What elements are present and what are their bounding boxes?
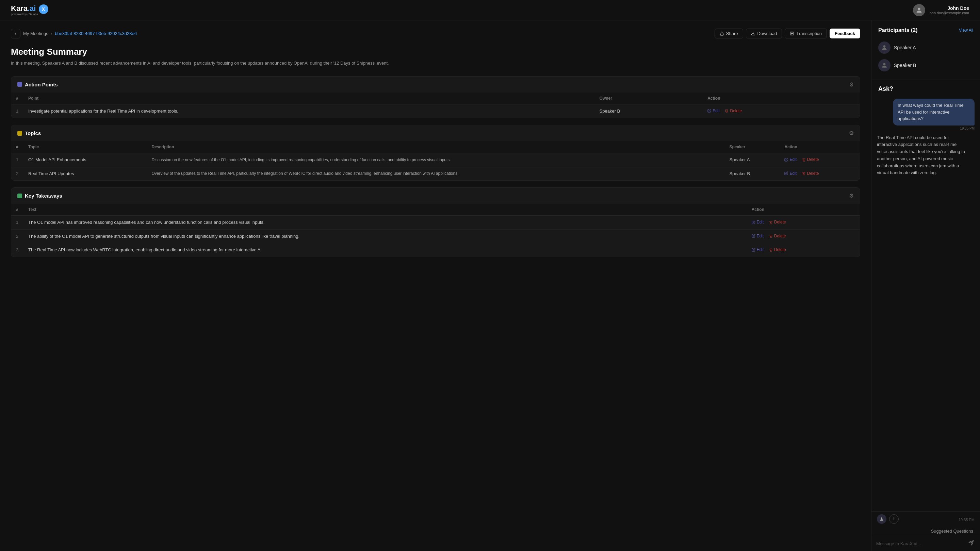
chat-message-user: In what ways could the Real Time API be … [893, 98, 975, 130]
chat-input-row: + 19:35 PM [872, 511, 980, 527]
ask-title: Ask? [872, 80, 980, 95]
transcription-button[interactable]: Transcription [785, 29, 827, 38]
participants-title: Participants (2) [878, 27, 918, 33]
row-desc: Discussion on the new features of the O1… [147, 153, 724, 167]
feedback-button[interactable]: Feedback [830, 29, 860, 38]
share-button[interactable]: Share [714, 29, 743, 38]
logo: Kara.ai X powered by c3alabs [11, 4, 48, 16]
edit-button[interactable]: Edit [784, 157, 797, 162]
row-actions: Edit Delete [747, 243, 860, 257]
layout: My Meetings / bbe33faf-8230-4697-90eb-92… [0, 21, 980, 551]
table-row: 3 The Real Time API now includes WebRTC … [11, 243, 860, 257]
row-text: The O1 model API has improved reasoning … [24, 216, 747, 230]
chat-area: In what ways could the Real Time API be … [872, 95, 980, 511]
edit-button[interactable]: Edit [752, 220, 764, 224]
toolbar-actions: Share Download Transcription Feedback [714, 29, 860, 38]
col-owner: Owner [595, 92, 703, 105]
edit-button[interactable]: Edit [752, 247, 764, 252]
logo-area: Kara.ai X powered by c3alabs [11, 4, 48, 16]
edit-button[interactable]: Edit [784, 171, 797, 176]
delete-button[interactable]: Delete [802, 157, 819, 162]
row-speaker: Speaker B [725, 167, 780, 180]
delete-button[interactable]: Delete [802, 171, 819, 176]
back-button[interactable] [11, 29, 21, 38]
key-takeaways-header: Key Takeaways ⚙ [11, 188, 860, 204]
topics-title: Topics [18, 130, 41, 136]
row-topic: O1 Model API Enhancements [24, 153, 147, 167]
action-points-title: Action Points [18, 82, 58, 87]
breadcrumb-separator: / [51, 31, 52, 36]
row-num: 1 [11, 153, 24, 167]
row-num: 1 [11, 216, 24, 230]
delete-button[interactable]: Delete [769, 233, 786, 238]
topics-col-speaker: Speaker [725, 141, 780, 153]
chat-bubble-user: In what ways could the Real Time API be … [893, 98, 975, 125]
topics-section: Topics ⚙ # Topic Description Speaker Act… [11, 125, 860, 181]
breadcrumb-parent[interactable]: My Meetings [23, 31, 48, 36]
chat-send-button[interactable] [967, 539, 975, 548]
chat-input-bar [872, 536, 980, 551]
row-text: The Real Time API now includes WebRTC in… [24, 243, 747, 257]
chat-add-button[interactable]: + [889, 514, 899, 524]
row-text: The ability of the O1 model API to gener… [24, 229, 747, 243]
chat-message-ai: The Real Time API could be used for inte… [877, 134, 966, 177]
page-description: In this meeting, Speakers A and B discus… [11, 60, 860, 67]
edit-button[interactable]: Edit [708, 108, 720, 113]
table-row: 1 The O1 model API has improved reasonin… [11, 216, 860, 230]
table-row: 2 Real Time API Updates Overview of the … [11, 167, 860, 180]
action-points-header-row: # Point Owner Action [11, 92, 860, 105]
svg-point-8 [883, 63, 886, 65]
logo-ai: .ai [27, 4, 36, 13]
participants-list: Speaker A Speaker B [878, 39, 973, 74]
action-points-header: Action Points ⚙ [11, 76, 860, 92]
chat-time-user: 19:35 PM [893, 127, 975, 130]
user-email: john.doe@example.com [929, 11, 969, 15]
edit-button[interactable]: Edit [752, 233, 764, 238]
topics-gear-icon[interactable]: ⚙ [849, 130, 854, 137]
participants-header: Participants (2) View All [878, 27, 973, 33]
participants-panel: Participants (2) View All Speaker A Spea… [872, 21, 980, 80]
user-info: John Doe john.doe@example.com [929, 5, 969, 15]
key-takeaways-section: Key Takeaways ⚙ # Text Action 1 The O1 m… [11, 187, 860, 257]
chat-bubble-ai: The Real Time API could be used for inte… [877, 134, 966, 177]
suggested-questions-label[interactable]: Suggested Questions [872, 527, 980, 536]
topics-col-action: Action [780, 141, 860, 153]
row-desc: Overview of the updates to the Real Time… [147, 167, 724, 180]
delete-button[interactable]: Delete [725, 108, 742, 113]
row-actions: Edit Delete [780, 153, 860, 167]
participant-avatar [878, 59, 891, 71]
view-all-link[interactable]: View All [959, 28, 973, 33]
row-point: Investigate potential applications for t… [24, 104, 595, 118]
row-actions: Edit Delete [747, 229, 860, 243]
col-point: Point [24, 92, 595, 105]
page-title: Meeting Summary [11, 47, 860, 57]
table-row: 1 O1 Model API Enhancements Discussion o… [11, 153, 860, 167]
user-avatar [913, 4, 925, 16]
delete-button[interactable]: Delete [769, 220, 786, 224]
chat-time-ai: 19:35 PM [901, 516, 975, 522]
row-owner: Speaker B [595, 104, 703, 118]
breadcrumb: My Meetings / bbe33faf-8230-4697-90eb-92… [11, 29, 860, 38]
row-num: 2 [11, 167, 24, 180]
download-button[interactable]: Download [746, 29, 782, 38]
participant-name: Speaker B [894, 63, 916, 68]
action-points-section: Action Points ⚙ # Point Owner Action 1 I… [11, 76, 860, 118]
row-actions: Edit Delete [703, 104, 860, 118]
row-num: 3 [11, 243, 24, 257]
key-takeaways-dot [18, 194, 22, 198]
key-takeaways-gear-icon[interactable]: ⚙ [849, 192, 854, 199]
action-points-gear-icon[interactable]: ⚙ [849, 81, 854, 88]
delete-button[interactable]: Delete [769, 247, 786, 252]
sidebar: Participants (2) View All Speaker A Spea… [871, 21, 980, 551]
table-row: 1 Investigate potential applications for… [11, 104, 860, 118]
ask-panel: Ask? In what ways could the Real Time AP… [872, 80, 980, 551]
topics-table: # Topic Description Speaker Action 1 O1 … [11, 141, 860, 180]
row-num: 2 [11, 229, 24, 243]
topics-col-num: # [11, 141, 24, 153]
row-actions: Edit Delete [747, 216, 860, 230]
row-num: 1 [11, 104, 24, 118]
action-points-table: # Point Owner Action 1 Investigate poten… [11, 92, 860, 118]
col-num: # [11, 92, 24, 105]
chat-input[interactable] [876, 541, 964, 546]
action-points-dot [18, 82, 22, 87]
